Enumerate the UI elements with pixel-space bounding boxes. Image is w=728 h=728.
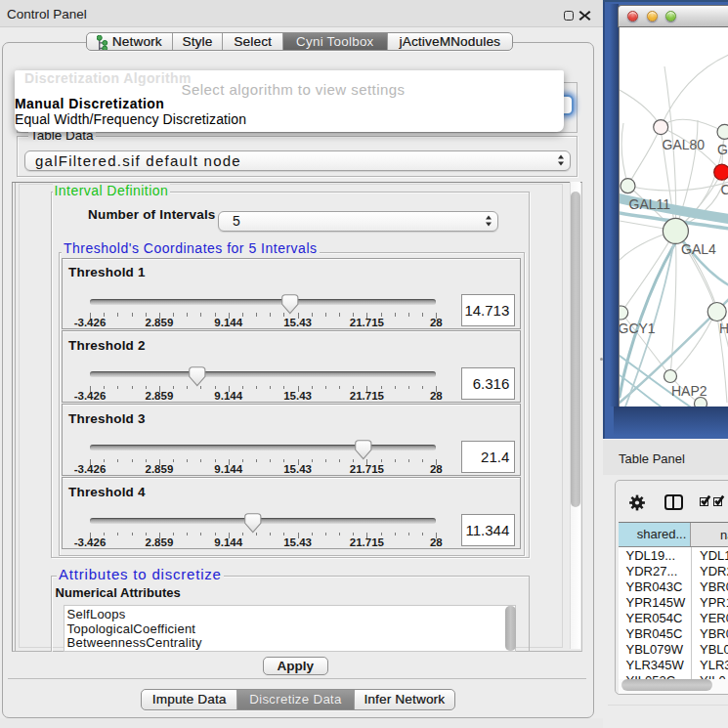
svg-text:GA: GA	[717, 142, 728, 157]
svg-text:GAL11: GAL11	[629, 196, 671, 212]
svg-text:GCY1: GCY1	[620, 321, 656, 336]
svg-text:HA: HA	[719, 321, 728, 336]
svg-text:C: C	[721, 182, 728, 197]
svg-text:HAP2: HAP2	[671, 383, 707, 399]
svg-text:GAL4: GAL4	[681, 241, 716, 257]
svg-text:GAL80: GAL80	[663, 137, 706, 152]
